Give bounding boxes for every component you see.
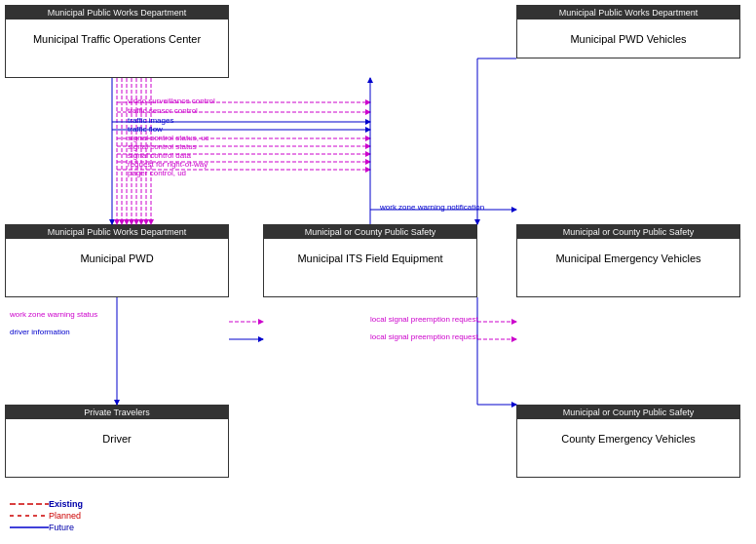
legend-planned: Planned: [10, 511, 83, 521]
node-driver-body: Driver: [6, 419, 228, 458]
node-pwd-vehicles-body: Municipal PWD Vehicles: [517, 19, 739, 58]
node-its-field-header: Municipal or County Public Safety: [264, 225, 476, 239]
label-video-surveillance: video surveillance control: [128, 97, 215, 105]
diagram-container: Municipal Public Works Department Munici…: [0, 0, 756, 544]
node-traffic-ops-header: Municipal Public Works Department: [6, 6, 228, 19]
label-traffic-sensor: traffic sensor control: [128, 106, 198, 115]
label-work-zone-warning: work zone warning notification: [380, 203, 484, 212]
label-traffic-images: traffic images: [128, 116, 173, 125]
node-traffic-ops: Municipal Public Works Department Munici…: [5, 5, 229, 78]
node-its-field: Municipal or County Public Safety Munici…: [263, 224, 477, 297]
label-local-signal-2: local signal preemption request: [370, 332, 478, 341]
node-muni-emergency: Municipal or County Public Safety Munici…: [516, 224, 740, 297]
legend-planned-line: [10, 512, 49, 520]
label-work-zone-status: work zone warning status: [10, 310, 97, 319]
label-signal-status: signal control status: [128, 142, 197, 151]
legend-future-label: Future: [49, 523, 74, 532]
legend-planned-label: Planned: [49, 511, 81, 521]
label-driver-info: driver information: [10, 328, 70, 336]
label-local-signal-1: local signal preemption request: [370, 315, 478, 324]
node-traffic-ops-body: Municipal Traffic Operations Center: [6, 19, 228, 58]
label-traffic-flow: traffic flow: [128, 125, 163, 134]
label-request-row: request for right-of-way: [128, 160, 208, 169]
node-pwd-vehicles-header: Municipal Public Works Department: [517, 6, 739, 19]
node-county-emergency-header: Municipal or County Public Safety: [517, 406, 739, 419]
node-muni-emergency-body: Municipal Emergency Vehicles: [517, 239, 739, 278]
legend-existing-label: Existing: [49, 499, 83, 509]
node-municipal-pwd: Municipal Public Works Department Munici…: [5, 224, 229, 297]
label-signal-status-uc: signal control status, uc: [128, 134, 209, 142]
legend: Existing Planned Future: [10, 499, 83, 534]
node-pwd-vehicles: Municipal Public Works Department Munici…: [516, 5, 740, 58]
node-driver: Private Travelers Driver: [5, 405, 229, 478]
legend-future: Future: [10, 523, 83, 532]
legend-existing-line: [10, 500, 49, 508]
node-county-emergency: Municipal or County Public Safety County…: [516, 405, 740, 478]
legend-existing: Existing: [10, 499, 83, 509]
legend-future-line: [10, 524, 49, 531]
node-county-emergency-body: County Emergency Vehicles: [517, 419, 739, 458]
node-municipal-pwd-header: Municipal Public Works Department: [6, 225, 228, 239]
node-its-field-body: Municipal ITS Field Equipment: [264, 239, 476, 278]
node-municipal-pwd-body: Municipal PWD: [6, 239, 228, 278]
node-driver-header: Private Travelers: [6, 406, 228, 419]
label-pager-control: pager control, ud: [128, 169, 186, 177]
node-muni-emergency-header: Municipal or County Public Safety: [517, 225, 739, 239]
label-signal-data: signal control data: [128, 151, 191, 160]
